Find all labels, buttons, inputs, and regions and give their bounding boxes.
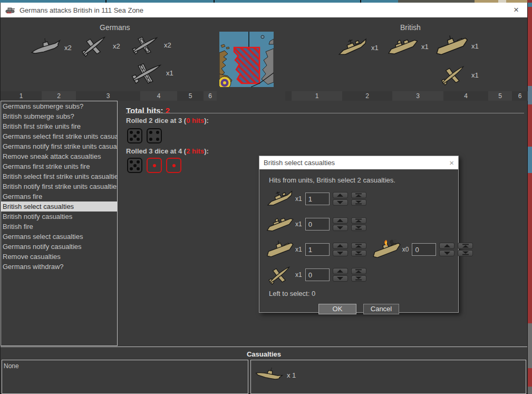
battle-phase-list: Germans submerge subs?British submerge s… [1, 101, 118, 346]
spinner-max-button[interactable] [458, 243, 473, 249]
spinner-min-button[interactable] [351, 199, 366, 206]
total-hits-label: Total hits: [126, 106, 166, 115]
spinner-down-button[interactable] [333, 275, 348, 282]
ok-button[interactable]: OK [318, 304, 356, 314]
spinner-up-button[interactable] [333, 217, 348, 224]
dice-column-4: 4 [443, 91, 488, 101]
phase-item[interactable]: British fire [1, 222, 117, 232]
dice-column-3: 3 [76, 91, 140, 101]
phase-item[interactable]: Remove casualties [1, 252, 117, 262]
phase-item[interactable]: British select first strike units casual… [1, 171, 117, 181]
spinner-up-button[interactable] [439, 243, 454, 249]
spinner-min-button[interactable] [351, 275, 366, 282]
phase-item[interactable]: Germans notify first strike units casual… [1, 141, 117, 151]
spinner-min-button[interactable] [351, 250, 366, 256]
phase-item[interactable]: Germans notify casualties [1, 242, 117, 252]
battleship-max-spinner [351, 243, 366, 256]
spinner-down-button[interactable] [439, 250, 454, 256]
unit-count: x1 [295, 271, 302, 278]
dice-column-6: 6 [204, 91, 217, 101]
fighter-icon [79, 34, 110, 57]
dialog-message: Hits from units, British select 2 casual… [269, 176, 458, 184]
window-title: Germans attacks British in 111 Sea Zone [20, 6, 143, 14]
destroyer-casualty-input[interactable] [305, 193, 330, 205]
dialog-title: British select casualties [264, 159, 335, 167]
casualties-header: Casualties [1, 350, 527, 358]
dice-column-2: 2 [42, 91, 76, 101]
roll-round-2-dice [127, 158, 181, 173]
attacker-unit-bomber: x1 [131, 61, 173, 85]
spinner-up-button[interactable] [333, 192, 348, 198]
phase-item[interactable]: British select casualties [1, 201, 117, 212]
phase-item[interactable]: Germans select first strike units casual… [1, 131, 117, 141]
unit-count: x2 [113, 42, 120, 50]
spinner-up-button[interactable] [333, 243, 348, 249]
cruiser-icon [387, 35, 419, 58]
battleship-damaged-spinner [439, 243, 454, 256]
destroyer-icon [337, 36, 369, 59]
unit-count: x1 [471, 42, 479, 50]
submarine-icon [252, 359, 286, 391]
cruiser-spinner [333, 217, 348, 231]
spinner-max-button[interactable] [351, 192, 366, 198]
dice-column-1: 1 [292, 91, 342, 101]
roll-round-1-dice [127, 128, 162, 143]
spinner-max-button[interactable] [351, 217, 366, 224]
window-titlebar: AA Germans attacks British in 111 Sea Zo… [1, 3, 527, 17]
unit-count: x1 [295, 246, 302, 253]
attacker-name: Germans [100, 23, 130, 32]
battle-window: AA Germans attacks British in 111 Sea Zo… [0, 3, 528, 394]
casualty-row-battleship: x1 x0 [266, 237, 458, 262]
select-casualties-dialog: British select casualties × Hits from un… [259, 156, 459, 313]
unit-count: x2 [64, 44, 72, 52]
phase-item[interactable]: Germans select casualties [1, 232, 117, 242]
casualty-row-fighter: x1 [266, 262, 458, 287]
phase-item[interactable]: Remove sneak attack casualties [1, 151, 117, 161]
spinner-up-button[interactable] [333, 268, 348, 274]
phase-item[interactable]: Germans first strike units fire [1, 161, 117, 171]
die-4 [147, 128, 162, 143]
defender-unit-destroyer: x1 [337, 36, 379, 59]
battleship-casualty-input[interactable] [305, 243, 330, 256]
battleship-icon [266, 239, 294, 260]
unit-count: x 1 [287, 371, 296, 379]
spinner-down-button[interactable] [333, 250, 348, 256]
unit-count: x1 [421, 43, 429, 51]
spinner-down-button[interactable] [333, 225, 348, 231]
phase-item[interactable]: British first strike units fire [1, 121, 117, 131]
unit-count: x1 [371, 44, 379, 52]
destroyer-max-spinner [351, 192, 366, 206]
attacker-casualties-text: None [2, 360, 248, 370]
cancel-button[interactable]: Cancel [363, 304, 399, 314]
total-hits: Total hits: 2 [126, 106, 170, 115]
attacker-unit-tactical-bomber: x2 [130, 33, 171, 56]
phase-item[interactable]: British notify first strike units casual… [1, 181, 117, 191]
dialog-close-icon[interactable]: × [449, 158, 454, 167]
casualty-unit-submarine: x 1 [251, 360, 526, 386]
dice-column-5: 5 [488, 91, 512, 101]
window-close-icon[interactable]: × [511, 5, 521, 15]
phase-item[interactable]: Germans withdraw? [1, 262, 117, 272]
fighter-icon [266, 264, 294, 285]
defender-unit-cruiser: x1 [387, 35, 429, 58]
fighter-casualty-input[interactable] [305, 268, 330, 281]
die-5 [127, 128, 142, 143]
spinner-max-button[interactable] [351, 268, 366, 274]
phase-item[interactable]: British submerge subs? [1, 111, 117, 121]
submarine-icon [30, 36, 62, 59]
die-1 [147, 158, 162, 173]
defender-name: British [400, 23, 421, 32]
phase-item[interactable]: Germans submerge subs? [1, 101, 117, 111]
roll-round-2-label: Rolled 3 dice at 4 (2 hits): [126, 147, 209, 155]
phase-item[interactable]: Germans fire [1, 191, 117, 201]
battleship-damaged-casualty-input[interactable] [412, 243, 436, 256]
battleship-spinner [333, 243, 348, 256]
attacker-casualties-panel: None [2, 360, 248, 394]
spinner-min-button[interactable] [458, 250, 473, 256]
spinner-min-button[interactable] [351, 225, 366, 231]
casualty-row-destroyer: x1 [266, 186, 458, 212]
spinner-down-button[interactable] [333, 199, 348, 206]
phase-item[interactable]: British notify casualties [1, 212, 117, 222]
spinner-max-button[interactable] [351, 243, 366, 249]
cruiser-casualty-input[interactable] [305, 218, 330, 230]
